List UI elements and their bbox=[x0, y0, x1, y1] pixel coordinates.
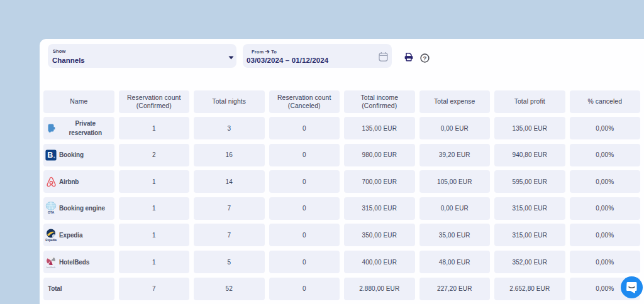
svg-text:?: ? bbox=[423, 55, 427, 62]
svg-text:B: B bbox=[47, 151, 53, 160]
svg-text:OTA: OTA bbox=[48, 211, 54, 215]
svg-text:Expedia: Expedia bbox=[45, 238, 57, 241]
svg-text:hotelbeds: hotelbeds bbox=[47, 266, 56, 268]
